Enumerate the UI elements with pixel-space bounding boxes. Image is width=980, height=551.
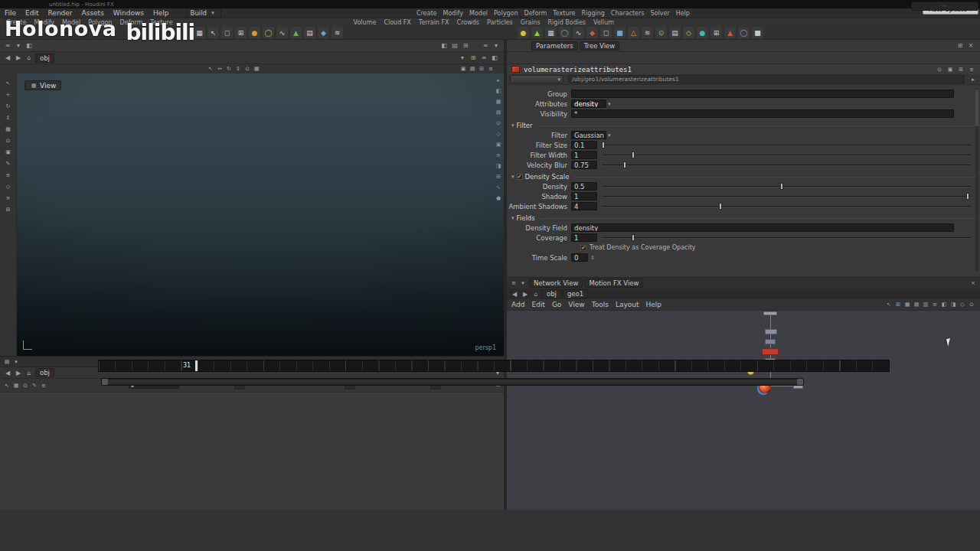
viewport-tool-icon[interactable]: ⊞ (478, 65, 485, 73)
slider-handle[interactable] (623, 161, 626, 168)
shelf-tool-icon[interactable]: ▤ (304, 27, 315, 38)
timeline[interactable]: 31 (98, 360, 890, 372)
shelf-tool-icon[interactable]: ⊙ (655, 27, 667, 38)
range-end-handle[interactable] (797, 379, 803, 385)
network-menu-item[interactable]: Add (511, 301, 524, 308)
viewport-tool-icon[interactable]: + (5, 91, 12, 99)
param-value-field[interactable]: 1 (571, 192, 597, 201)
pane-control-icon[interactable]: ▤ (450, 41, 459, 51)
network-toolbar-icon[interactable]: ⊞ (894, 301, 902, 308)
network-path-chip[interactable]: obj (542, 289, 561, 298)
shelf-tab[interactable]: Crowds (457, 19, 479, 26)
cook-status-chip[interactable]: ⋯ (911, 2, 978, 11)
viewport-tool-icon[interactable]: ▦ (253, 65, 260, 73)
param-slider[interactable] (602, 141, 971, 149)
viewport-tool-icon[interactable]: ▣ (5, 148, 12, 156)
slider-handle[interactable] (780, 183, 783, 190)
param-section-header[interactable]: ▾ ✔ Filter (511, 122, 975, 129)
pane-tab[interactable]: Motion FX View (584, 279, 643, 288)
network-toolbar-icon[interactable]: ▤ (913, 301, 920, 308)
home-icon[interactable]: ⌂ (24, 368, 34, 377)
path-bar-icon[interactable]: ⊞ (469, 54, 478, 63)
menu-item[interactable]: Help (153, 9, 169, 17)
shelf-tool-icon[interactable]: ⊞ (235, 27, 247, 38)
pane-control-icon[interactable]: ▾ (492, 41, 501, 51)
network-menu-item[interactable]: Help (646, 301, 662, 308)
param-slider[interactable] (602, 202, 971, 210)
menu-item[interactable]: Edit (25, 9, 38, 17)
shelf-tab[interactable]: Create (6, 19, 27, 26)
shelf-tab[interactable]: Cloud FX (384, 19, 410, 26)
network-toolbar-icon[interactable]: ▦ (903, 301, 911, 308)
display-option-icon[interactable]: ▦ (495, 98, 502, 106)
shelf-tool-icon[interactable]: ≋ (332, 27, 343, 38)
menu-item[interactable]: Polygon (494, 10, 518, 17)
parameter-header-icon[interactable]: ≡ (968, 66, 975, 73)
parameter-header-icon[interactable]: ▣ (946, 66, 954, 73)
shelf-tool-icon[interactable]: ⊞ (710, 27, 722, 38)
viewport-tool-icon[interactable]: ▤ (469, 65, 476, 73)
shelf-tab[interactable]: Terrain FX (419, 19, 449, 26)
menu-item[interactable]: Create (416, 10, 437, 17)
shelf-tab[interactable]: Volume (354, 19, 377, 26)
slider-handle[interactable] (632, 152, 635, 158)
toolbar-icon[interactable]: ▦ (12, 382, 20, 390)
param-section-header[interactable]: ▾ ✔ Fields (511, 214, 975, 222)
param-slider[interactable] (602, 151, 971, 159)
pane-control-icon[interactable]: ▾ (519, 279, 527, 287)
viewport-tool-icon[interactable]: ↔ (216, 65, 224, 73)
shelf-tool-icon[interactable]: ∿ (573, 27, 584, 38)
slider-handle[interactable] (602, 142, 605, 148)
network-graph[interactable] (507, 311, 980, 510)
home-icon[interactable]: ⌂ (24, 54, 34, 63)
viewport-tool-icon[interactable]: ↻ (225, 65, 233, 73)
shelf-tab[interactable]: Grains (521, 19, 541, 26)
network-node[interactable] (765, 329, 777, 334)
chevron-right-icon[interactable]: ▸ (969, 76, 977, 83)
param-slider[interactable] (602, 161, 971, 169)
pane-control-icon[interactable]: ≡ (510, 279, 518, 287)
dropdown-caret-icon[interactable]: ▾ (608, 101, 611, 107)
shelf-tool-icon[interactable]: ▲ (531, 27, 543, 38)
shelf-tool-icon[interactable]: ● (249, 27, 260, 38)
shelf-tool-icon[interactable]: ∿ (276, 27, 288, 38)
network-menu-item[interactable]: Edit (531, 301, 544, 308)
menu-item[interactable]: Deform (524, 10, 547, 17)
param-value-field[interactable]: * (571, 109, 954, 118)
shelf-tab[interactable]: Polygon (88, 19, 112, 26)
slider-handle[interactable] (966, 193, 969, 200)
menu-item[interactable]: Characters (611, 10, 645, 17)
menu-item[interactable]: Model (469, 10, 488, 17)
menu-item[interactable]: Solver (651, 10, 670, 17)
shelf-tool-icon[interactable]: ◇ (683, 27, 694, 38)
path-bar-icon[interactable]: ≡ (479, 54, 488, 63)
network-menu-item[interactable]: View (568, 301, 584, 308)
parameter-header-icon[interactable]: ⊞ (957, 66, 965, 73)
shelf-tool-icon[interactable]: △ (628, 27, 639, 38)
viewport-tool-icon[interactable]: ↻ (5, 103, 12, 110)
network-toolbar-icon[interactable]: ▥ (922, 301, 929, 308)
param-value-field[interactable]: 1 (571, 233, 597, 242)
close-icon[interactable]: × (969, 279, 977, 287)
forward-icon[interactable]: ▶ (14, 54, 23, 63)
path-chip[interactable]: obj (35, 368, 54, 377)
back-icon[interactable]: ◀ (510, 289, 519, 298)
scene-viewport[interactable]: ▦ View ▸◧▦▤⊙◇▣≡◨⊞∿● persp1 (17, 73, 504, 356)
network-node[interactable] (762, 348, 779, 355)
network-path-chip[interactable]: geo1 (563, 289, 588, 298)
forward-icon[interactable]: ▶ (521, 289, 530, 298)
pane-tab[interactable]: Tree View (580, 41, 620, 51)
menu-item[interactable]: Rigging (582, 10, 605, 17)
viewport-tool-icon[interactable]: ↖ (207, 65, 214, 73)
toolbar-icon[interactable]: ⊙ (21, 382, 29, 390)
toolbar-icon[interactable]: ↖ (3, 382, 11, 390)
param-value-field[interactable]: 0.5 (571, 182, 597, 191)
viewport-tool-icon[interactable]: ↖ (5, 80, 12, 87)
node-name[interactable]: volumerasterizeattributes1 (524, 66, 632, 73)
param-value-field[interactable]: 0 (571, 253, 588, 262)
path-bar-icon[interactable]: ▾ (458, 54, 467, 63)
viewport-tool-icon[interactable]: ¤ (5, 194, 12, 202)
network-toolbar-icon[interactable]: ◨ (949, 301, 957, 308)
pane-control-icon[interactable]: ⊞ (461, 41, 470, 51)
viewport-tool-icon[interactable]: ↕ (5, 114, 12, 122)
